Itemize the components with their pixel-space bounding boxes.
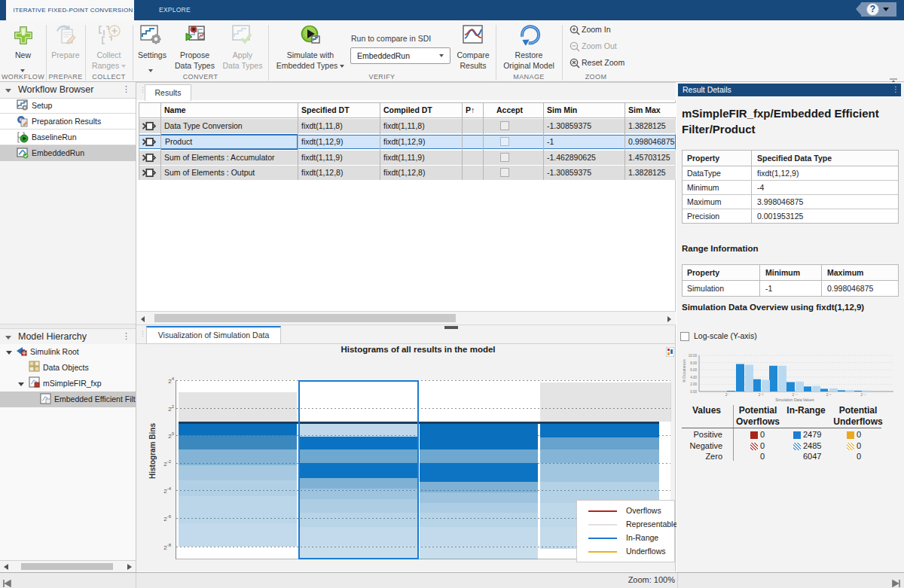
svg-text:Simulation Data Values: Simulation Data Values: [775, 398, 814, 402]
svg-text:% Occurrences: % Occurrences: [683, 358, 686, 382]
svg-text:2⁻⁸: 2⁻⁸: [861, 393, 866, 397]
svg-text:0.00: 0.00: [690, 390, 697, 394]
svg-text:2.00: 2.00: [690, 382, 697, 386]
svg-text:10.00: 10.00: [689, 354, 698, 358]
svg-text:6.00: 6.00: [690, 368, 697, 372]
svg-text:2⁻²: 2⁻²: [759, 393, 764, 397]
svg-text:8.00: 8.00: [690, 361, 697, 365]
svg-text:4.00: 4.00: [690, 376, 697, 379]
svg-text:2⁰: 2⁰: [725, 393, 729, 397]
svg-text:2⁻⁶: 2⁻⁶: [826, 393, 832, 397]
svg-text:2⁻⁴: 2⁻⁴: [793, 393, 798, 397]
